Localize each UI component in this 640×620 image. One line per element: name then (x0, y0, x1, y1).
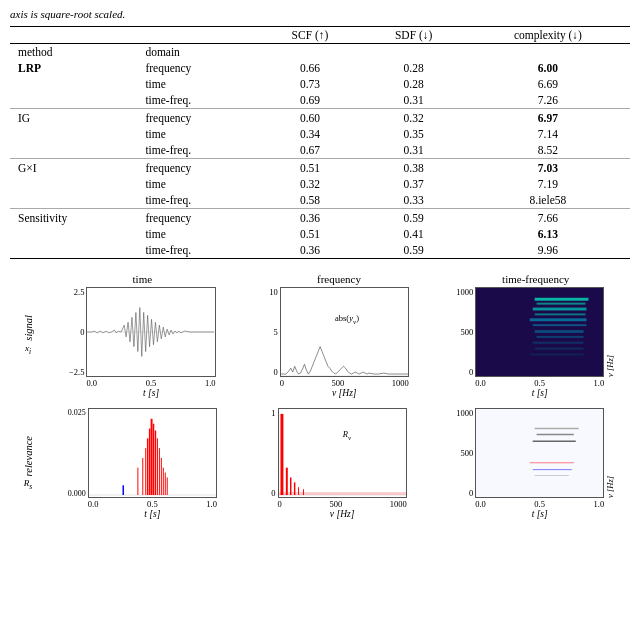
table-scf-cell: 0.66 (258, 60, 361, 76)
time-relevance-chart: 0.0250.000 (48, 408, 237, 519)
svg-rect-5 (535, 313, 586, 315)
time-signal-yticks: 2.50−2.5 (69, 287, 84, 377)
freq-rel-yticks: 10 (271, 408, 275, 498)
time-rel-yticks: 0.0250.000 (68, 408, 86, 498)
table-complexity-cell: 6.69 (466, 76, 630, 92)
signal-chart-row: signal xi time 2.50−2.5 (10, 273, 630, 398)
table-method-cell (10, 176, 137, 192)
table-sdf-cell: 0.38 (362, 159, 466, 177)
time-rel-svg (89, 409, 216, 497)
table-scf-cell: 0.32 (258, 176, 361, 192)
table-domain-cell: time (137, 126, 258, 142)
subheader-domain: domain (137, 44, 258, 61)
freq-signal-box (280, 287, 409, 377)
freq-rel-xticks: 05001000 (278, 499, 407, 509)
table-method-cell (10, 92, 137, 109)
table-sdf-cell: 0.41 (362, 226, 466, 242)
table-header-row: SCF (↑) SDF (↓) complexity (↓) (10, 27, 630, 44)
table-sdf-cell: 0.35 (362, 126, 466, 142)
table-method-cell: LRP (10, 60, 137, 76)
table-complexity-cell: 6.97 (466, 109, 630, 127)
svg-rect-9 (537, 336, 584, 338)
freq-relevance-chart: 10 (245, 408, 434, 519)
table-sdf-cell: 0.31 (362, 92, 466, 109)
freq-title: frequency (317, 273, 361, 285)
table-scf-cell: 0.36 (258, 209, 361, 227)
svg-rect-8 (535, 330, 584, 333)
table-method-cell (10, 226, 137, 242)
table-method-cell: Sensitivity (10, 209, 137, 227)
svg-rect-7 (533, 324, 587, 326)
time-signal-svg (87, 288, 214, 376)
table-method-cell: IG (10, 109, 137, 127)
tf-signal-ylabel-right: ν [Hz] (605, 287, 615, 377)
table-domain-cell: time-freq. (137, 92, 258, 109)
table-complexity-cell: 8.iele58 (466, 192, 630, 209)
table-method-cell (10, 126, 137, 142)
col-method (10, 27, 137, 44)
table-complexity-cell: 8.52 (466, 142, 630, 159)
table-sdf-cell: 0.33 (362, 192, 466, 209)
table-domain-cell: frequency (137, 109, 258, 127)
table-sdf-cell: 0.59 (362, 209, 466, 227)
intro-text: axis is square-root scaled. (10, 8, 630, 20)
tf-signal-xlabel: t [s] (475, 388, 604, 398)
relevance-chart-row: relevance Rs 0.0250.000 (10, 408, 630, 519)
table-sdf-cell: 0.28 (362, 60, 466, 76)
svg-rect-4 (533, 308, 587, 311)
table-scf-cell: 0.58 (258, 192, 361, 209)
table-domain-cell: time (137, 226, 258, 242)
time-rel-xticks: 0.00.51.0 (88, 499, 217, 509)
table-sdf-cell: 0.59 (362, 242, 466, 259)
table-complexity-cell: 7.03 (466, 159, 630, 177)
table-method-cell (10, 242, 137, 259)
table-complexity-cell: 6.13 (466, 226, 630, 242)
table-sdf-cell: 0.31 (362, 142, 466, 159)
tf-rel-xticks: 0.00.51.0 (475, 499, 604, 509)
svg-rect-36 (279, 492, 406, 495)
table-method-cell: G×I (10, 159, 137, 177)
freq-rel-xlabel: ν [Hz] (278, 509, 407, 519)
time-relevance-box (88, 408, 217, 498)
col-complexity: complexity (↓) (466, 27, 630, 44)
table-sdf-cell: 0.32 (362, 109, 466, 127)
data-table: SCF (↑) SDF (↓) complexity (↓) method do… (10, 26, 630, 259)
table-domain-cell: time-freq. (137, 142, 258, 159)
relevance-label: relevance (23, 436, 34, 476)
table-subheader: method domain (10, 44, 630, 61)
time-signal-xticks: 0.00.51.0 (86, 378, 215, 388)
table-domain-cell: frequency (137, 60, 258, 76)
table-scf-cell: 0.36 (258, 242, 361, 259)
tf-rel-svg (476, 409, 603, 497)
tf-relevance-chart: 10005000 (441, 408, 630, 519)
tf-rel-xlabel: t [s] (475, 509, 604, 519)
tf-signal-box (475, 287, 604, 377)
tf-signal-xticks: 0.00.51.0 (475, 378, 604, 388)
freq-rel-ylabel: Rv (343, 429, 351, 442)
table-sdf-cell: 0.28 (362, 76, 466, 92)
tf-relevance-box (475, 408, 604, 498)
table-complexity-cell: 9.96 (466, 242, 630, 259)
relevance-charts: 0.0250.000 (48, 408, 630, 519)
table-sdf-cell: 0.37 (362, 176, 466, 192)
table-domain-cell: time (137, 76, 258, 92)
table-complexity-cell: 7.66 (466, 209, 630, 227)
table-scf-cell: 0.73 (258, 76, 361, 92)
freq-signal-xticks: 05001000 (280, 378, 409, 388)
signal-row-label: signal xi (10, 315, 46, 355)
table-domain-cell: time (137, 176, 258, 192)
signal-ylabel: xi (25, 343, 31, 356)
tf-rel-yticks: 10005000 (456, 408, 473, 498)
tf-signal-yticks: 10005000 (456, 287, 473, 377)
freq-signal-yticks: 1050 (269, 287, 278, 377)
svg-rect-3 (537, 303, 586, 305)
table-domain-cell: frequency (137, 159, 258, 177)
col-domain (137, 27, 258, 44)
table-scf-cell: 0.51 (258, 159, 361, 177)
freq-signal-svg (281, 288, 408, 376)
tf-signal-chart: time-frequency 10005000 (441, 273, 630, 398)
table-complexity-cell: 7.26 (466, 92, 630, 109)
freq-signal-chart: frequency 1050 (245, 273, 434, 398)
table-complexity-cell: 7.19 (466, 176, 630, 192)
table-domain-cell: time-freq. (137, 242, 258, 259)
